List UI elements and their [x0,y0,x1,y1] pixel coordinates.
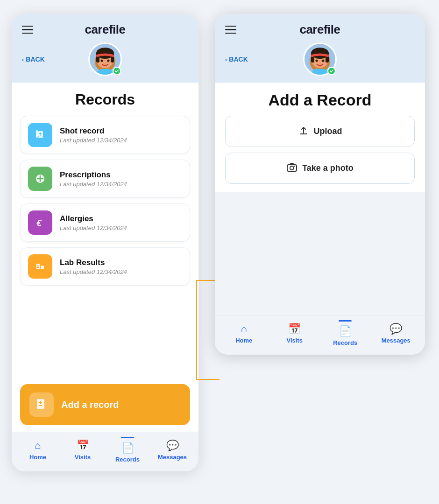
records-active-bar-left [121,437,134,438]
record-item-allergy[interactable]: € Allergies Last updated 12/34/2024 [20,203,190,242]
allergy-icon: € [28,210,52,235]
hamburger-icon-right[interactable] [225,26,236,34]
records-active-bar-right [339,320,352,322]
right-nav-messages-label: Messages [382,337,411,344]
app-title-right: carefile [299,22,340,37]
message-icon-left: 💬 [166,440,179,452]
left-nav-messages-label: Messages [158,454,187,461]
allergy-info: Allergies Last updated 12/34/2024 [60,214,182,231]
connector-vertical [196,280,197,380]
left-header: carefile ‹ BACK [12,14,198,83]
svg-rect-9 [36,130,38,138]
record-item-lab[interactable]: Lab Results Last updated 12/34/2024 [20,247,190,286]
left-header-top: carefile [22,22,188,37]
svg-point-33 [315,62,318,64]
home-icon-right: ⌂ [241,323,247,335]
lab-svg [34,260,47,273]
left-nav-visits-label: Visits [75,454,91,461]
add-record-button-icon [29,392,54,417]
svg-rect-11 [38,137,43,138]
right-nav-messages[interactable]: 💬 Messages [371,323,422,344]
take-photo-label: Take a photo [302,163,354,173]
shot-record-info: Shot record Last updated 12/34/2024 [60,126,182,144]
avatar-left [88,42,122,76]
right-nav-home[interactable]: ⌂ Home [219,323,269,344]
back-button-left[interactable]: ‹ BACK [22,56,45,63]
option-buttons: Upload Take a photo [215,116,425,184]
avatar-right [303,42,337,76]
lab-name: Lab Results [60,258,182,267]
avatar-badge-right [327,67,336,75]
left-bottom-nav: ⌂ Home 📅 Visits 📄 Records 💬 Messages [12,432,198,471]
svg-rect-10 [38,131,43,137]
svg-point-34 [322,62,326,64]
left-nav-visits[interactable]: 📅 Visits [60,440,105,461]
lab-updated: Last updated 12/34/2024 [60,268,182,275]
add-record-button[interactable]: Add a record [20,384,190,425]
left-nav-records[interactable]: 📄 Records [105,437,150,463]
prescription-icon [28,167,52,191]
check-icon-left [114,69,119,73]
right-header-row2: ‹ BACK [225,42,415,76]
left-nav-home[interactable]: ⌂ Home [15,440,60,461]
back-chevron-left: ‹ [22,56,24,63]
svg-rect-19 [41,266,44,269]
shot-record-name: Shot record [60,126,182,136]
prescription-svg [34,172,47,185]
svg-point-31 [316,60,318,62]
right-bottom-nav: ⌂ Home 📅 Visits 📄 Records 💬 Messages [215,315,425,355]
phone-left: carefile ‹ BACK [12,14,198,471]
lab-info: Lab Results Last updated 12/34/2024 [60,258,182,275]
left-nav-records-label: Records [115,456,140,463]
right-header: carefile ‹ BACK [215,14,425,83]
upload-icon [298,125,309,138]
avatar-badge-left [113,67,121,75]
camera-svg [286,161,297,173]
right-nav-visits[interactable]: 📅 Visits [269,323,320,344]
app-title-left: carefile [85,22,125,37]
svg-point-6 [107,60,110,62]
add-doc-icon [35,398,49,412]
message-icon-right: 💬 [389,323,402,335]
prescription-name: Prescriptions [60,170,182,180]
take-photo-button[interactable]: Take a photo [225,153,415,184]
document-icon-right: 📄 [339,325,352,337]
svg-point-38 [290,166,294,170]
add-record-button-label: Add a record [61,399,119,410]
upload-label: Upload [314,126,342,136]
hamburger-icon-left[interactable] [22,26,33,34]
right-page-title: Add a Record [215,83,425,116]
calendar-icon-right: 📅 [288,323,301,335]
left-nav-messages[interactable]: 💬 Messages [150,440,195,461]
allergy-svg: € [34,216,47,229]
phone-right: carefile ‹ BACK [215,14,425,355]
left-page-title: Records [12,83,198,112]
prescription-updated: Last updated 12/34/2024 [60,181,182,188]
connector-horizontal [196,379,220,380]
svg-point-39 [294,166,295,167]
record-item-shot[interactable]: Shot record Last updated 12/34/2024 [20,116,190,154]
records-list: Shot record Last updated 12/34/2024 Pres… [12,112,198,377]
right-nav-records[interactable]: 📄 Records [320,320,371,346]
upload-svg [298,125,309,136]
svg-rect-20 [37,266,39,266]
lab-icon [28,254,52,279]
svg-text:€: € [36,218,42,228]
prescription-info: Prescriptions Last updated 12/34/2024 [60,170,182,188]
svg-rect-21 [37,267,39,268]
camera-icon [286,161,297,175]
right-nav-home-label: Home [235,337,252,344]
shot-record-icon [28,123,52,147]
svg-point-5 [101,60,103,62]
upload-button[interactable]: Upload [225,116,415,147]
svg-point-7 [100,62,103,64]
shot-svg [34,128,47,141]
back-label-left: BACK [26,56,44,63]
back-button-right[interactable]: ‹ BACK [225,56,248,63]
back-chevron-right: ‹ [225,56,227,63]
right-nav-visits-label: Visits [287,337,303,344]
allergy-updated: Last updated 12/34/2024 [60,224,182,231]
record-item-prescription[interactable]: Prescriptions Last updated 12/34/2024 [20,160,190,198]
svg-point-8 [107,62,111,64]
left-header-row2: ‹ BACK [22,42,188,76]
